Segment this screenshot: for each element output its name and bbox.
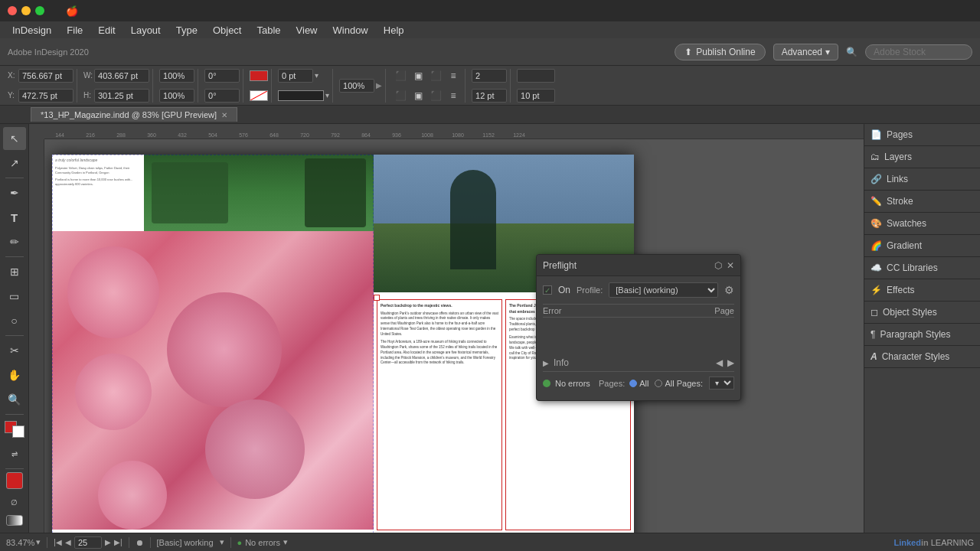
maximize-button[interactable]: [35, 6, 44, 15]
preflight-close-btn[interactable]: ✕: [727, 260, 734, 271]
close-button[interactable]: [8, 6, 17, 15]
align-justify-btn[interactable]: ≡: [445, 87, 462, 104]
justify-btn[interactable]: ≡: [445, 67, 462, 84]
prev-page-icon[interactable]: ◀: [716, 357, 723, 368]
stroke-weight-field[interactable]: [278, 69, 313, 83]
preflight-settings-icon[interactable]: ⚙: [724, 284, 734, 296]
type-tool[interactable]: T: [3, 206, 26, 229]
stroke-style-swatch[interactable]: [278, 90, 324, 101]
zoom-chevron[interactable]: ▾: [36, 537, 41, 547]
advanced-button[interactable]: Advanced ▾: [773, 44, 838, 60]
zoom-tool[interactable]: 🔍: [3, 388, 26, 411]
character-styles-panel-header[interactable]: A Character Styles: [864, 346, 980, 367]
align-center-v-btn[interactable]: ▣: [410, 87, 426, 104]
gradient-panel-header[interactable]: 🌈 Gradient: [864, 235, 980, 256]
chevron-down-icon[interactable]: ▾: [315, 71, 318, 80]
x-field[interactable]: [18, 69, 74, 83]
h-field[interactable]: [94, 89, 149, 103]
menu-table[interactable]: Table: [250, 23, 286, 37]
canvas-area[interactable]: 144 216 288 360 432 504 576 648 720 792 …: [29, 124, 864, 533]
rectangle-frame-tool[interactable]: ⊞: [3, 260, 26, 283]
menu-window[interactable]: Window: [327, 23, 374, 37]
next-page-icon[interactable]: ▶: [727, 357, 734, 368]
menu-type[interactable]: Type: [170, 23, 204, 37]
align-center-h-btn[interactable]: ▣: [410, 67, 426, 84]
layers-panel-header[interactable]: 🗂 Layers: [864, 146, 980, 168]
menu-indesign[interactable]: InDesign: [6, 23, 57, 37]
next-page-btn[interactable]: ▶: [105, 538, 111, 546]
links-panel-header[interactable]: 🔗 Links: [864, 168, 980, 190]
scissors-tool[interactable]: ✂: [3, 339, 26, 362]
align-left-btn[interactable]: ⬛: [392, 67, 409, 84]
apply-none-btn[interactable]: ∅: [3, 491, 26, 514]
pencil-tool[interactable]: ✏: [3, 230, 26, 253]
page-number-field[interactable]: [74, 536, 102, 549]
traffic-lights[interactable]: [8, 6, 44, 15]
pages-range-select[interactable]: ▾: [709, 377, 734, 390]
direct-selection-tool[interactable]: ↗: [3, 152, 26, 174]
selection-handle-tl[interactable]: [374, 295, 380, 301]
color-tools[interactable]: [3, 418, 26, 441]
rectangle-tool[interactable]: ▭: [3, 285, 26, 308]
gutter-field[interactable]: [472, 89, 507, 103]
selection-tool[interactable]: ↖: [3, 127, 26, 150]
w-field[interactable]: [94, 69, 149, 83]
cc-libraries-panel-header[interactable]: ☁️ CC Libraries: [864, 257, 980, 279]
align-top-btn[interactable]: ⬛: [392, 87, 409, 104]
pen-tool[interactable]: ✒: [3, 181, 26, 204]
first-page-btn[interactable]: |◀: [54, 538, 62, 546]
chevron-down-icon[interactable]: ▾: [325, 91, 329, 99]
text-column-left[interactable]: Perfect backdrop to the majestic views. …: [377, 299, 502, 530]
preflight-expand-icon[interactable]: ⬡: [714, 260, 722, 271]
menu-object[interactable]: Object: [207, 23, 248, 37]
scale-y-field[interactable]: [159, 89, 194, 103]
zoom-field[interactable]: [339, 79, 374, 93]
align-right-btn[interactable]: ⬛: [427, 67, 444, 84]
document-tab[interactable]: *13_HP_Magazine.indd @ 83% [GPU Preview]…: [31, 107, 237, 122]
errors-chevron[interactable]: ▾: [283, 537, 288, 547]
align-bottom-btn[interactable]: ⬛: [427, 87, 444, 104]
all-pages-range-radio[interactable]: All Pages:: [655, 379, 703, 388]
rotation-field[interactable]: [204, 69, 240, 83]
all-pages-radio-dot: [655, 380, 662, 387]
menu-help[interactable]: Help: [377, 23, 410, 37]
scale-x-field[interactable]: [159, 69, 194, 83]
swap-colors-icon[interactable]: ⇌: [3, 442, 26, 465]
space-before-field[interactable]: [517, 69, 555, 83]
preflight-on-checkbox[interactable]: ✓: [543, 285, 552, 295]
pages-panel-header[interactable]: 📄 Pages: [864, 124, 980, 145]
space-after-field[interactable]: [517, 89, 555, 103]
paragraph-styles-panel-header[interactable]: ¶ Paragraph Styles: [864, 324, 980, 345]
character-styles-label: Character Styles: [882, 351, 950, 362]
preflight-profile-select[interactable]: [Basic] (working): [609, 282, 718, 298]
profile-chevron[interactable]: ▾: [220, 537, 224, 547]
apply-gradient-btn[interactable]: [6, 515, 23, 526]
prev-page-btn[interactable]: ◀: [65, 538, 71, 546]
stroke-color-swatch[interactable]: [250, 90, 268, 101]
menu-view[interactable]: View: [290, 23, 324, 37]
menu-layout[interactable]: Layout: [125, 23, 167, 37]
hand-tool[interactable]: ✋: [3, 364, 26, 386]
main-layout: ↖ ↗ ✒ T ✏ ⊞ ▭ ○ ✂ ✋ 🔍 ⇌ ∅ 144 216 288: [0, 124, 980, 533]
last-page-btn[interactable]: ▶|: [114, 538, 122, 546]
shear-field[interactable]: [204, 89, 240, 103]
tab-close-button[interactable]: ✕: [221, 111, 227, 119]
publish-online-button[interactable]: ⬆ Publish Online: [675, 44, 765, 60]
stroke-panel-header[interactable]: ✏️ Stroke: [864, 191, 980, 212]
all-pages-radio[interactable]: All: [629, 379, 648, 388]
object-styles-panel-header[interactable]: ◻ Object Styles: [864, 302, 980, 323]
y-field[interactable]: [18, 89, 74, 103]
record-btn[interactable]: ⏺: [136, 538, 144, 547]
ellipse-tool[interactable]: ○: [3, 309, 26, 332]
adobe-stock-search[interactable]: [865, 44, 972, 60]
fill-color-swatch[interactable]: [250, 70, 268, 81]
columns-field[interactable]: [472, 69, 507, 83]
swatches-panel-header[interactable]: 🎨 Swatches: [864, 213, 980, 234]
info-row[interactable]: ▶ Info ◀ ▶: [543, 354, 734, 371]
apple-menu-icon[interactable]: 🍎: [66, 5, 78, 17]
apply-color-btn[interactable]: [6, 472, 23, 489]
minimize-button[interactable]: [21, 6, 31, 15]
menu-edit[interactable]: Edit: [92, 23, 121, 37]
effects-panel-header[interactable]: ⚡ Effects: [864, 279, 980, 301]
menu-file[interactable]: File: [60, 23, 89, 37]
